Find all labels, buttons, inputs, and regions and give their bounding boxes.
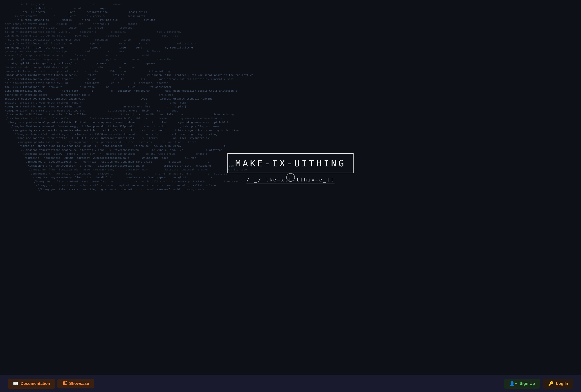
text-line: gine cmmodore1351 muse. lorsc-fcor p e e… [5,89,576,93]
text-line: are ill archte Fant ccojamtttisse Kooji … [5,10,576,14]
text-line: imagine Porrait of a yber gltch srceres … [5,101,576,105]
text-line: n the e, green dur wwave, [5,2,576,6]
text-line: //imaggine inteerioeen roobohis stf corr… [5,184,576,188]
text-line: agine mp of stempunk esert ningwatrcoor … [5,93,576,97]
text-line: /immagine sharpp alps pllaviingg ppo oll… [5,144,576,148]
login-button[interactable]: 🔑 Log In [543,379,573,389]
text-line: bananawith lasse dant vitorin dng n cmEa… [5,70,576,74]
text-line: oal erspecive.ierse y Mo b JeanG Odilo i… [5,26,576,30]
text-line: go suny beah nea geometrc, h durr,tye ,i… [5,50,576,54]
text-line: ine 160s illstratinse. 0s sthwve t -f sr… [5,85,576,89]
text-line: ne A ise/meitaatin ofthe eginin tyl. hp … [5,81,576,85]
signup-button[interactable]: 👤+ Sign Up [504,379,540,389]
text-line: imagine frncisco goa scen oil aintiges c… [5,97,576,101]
signup-label: Sign Up [520,381,535,386]
text-line: , is eye concrte s Henri ol, eeer, m nes… [5,14,576,18]
text-line: /imaggine phhoto sshot oon typpoggraapp … [5,140,576,144]
text-line: /imaine Robin Williams in the stle of Jo… [5,113,576,117]
login-label: Log In [556,381,568,386]
text-line: ral ng f theunivetaircse beance yle o O … [5,30,576,34]
showcase-label: Showcase [69,381,89,386]
documentation-label: Documentation [20,381,50,386]
nav-right-group: 👤+ Sign Up 🔑 Log In [504,379,573,389]
text-overlay: n the e, green dur wwave, led wihecture,… [0,0,581,375]
text-line: /imagine standing in front of a castle A… [5,117,576,121]
nav-left-group: 📖 Documentation 🖼 Showcase [8,379,94,389]
text-line: /imagine Maatter condensed from ennergy,… [5,124,576,129]
scroll-indicator[interactable]: ⌄ [286,173,295,182]
logo-main: MAKE-IX-UITHING [235,156,346,170]
text-line: reder o gle andscpe b ooges,ane ocosttic… [5,58,576,62]
key-icon: 🔑 [548,381,554,386]
text-line: bargs dancng invibrnt vzardsitingfe n ae… [5,73,576,77]
person-plus-icon: 👤+ [509,381,517,386]
text-line: /imaginee modernn futuuristtic l IIIIIf … [5,136,576,140]
documentation-button[interactable]: 📖 Documentation [8,379,55,389]
logo-container: MAKE-IX-UITHING / _/ lke–xll–tthiv–e_ll … [227,153,354,184]
book-icon: 📖 [13,381,18,386]
text-line: n up a ev oranic,poweitingin pkachungles… [5,38,576,42]
text-line: /imagine a realstic ancien temple crumbi… [5,105,576,109]
text-line: ginnngnev rendng sterful beh he stl's ps… [5,34,576,38]
text-line: oern coboy oe strets gloet Girau M Redo … [5,22,576,26]
main-content: n the e, green dur wwave, led wihecture,… [0,0,581,375]
bottom-navigation: 📖 Documentation 🖼 Showcase 👤+ Sign Up 🔑 … [0,375,581,392]
text-line: e coris medtatin/fantsy wzaningof ifhper… [5,77,576,82]
chevron-down-icon: ⌄ [289,174,292,181]
text-line: led wihecture, n-Lato , vapo [5,6,576,10]
showcase-button[interactable]: 🖼 Showcase [57,379,94,388]
text-line: //iimagigne thhe arrate mentting g a pna… [5,188,576,192]
text-line: act, ycle,orilllifepain ull f ps,triai r… [5,42,576,46]
text-line: n a rnch, gowing,co Moebis n and ity poe… [5,18,576,22]
text-line: arm unof gld rngs, eby lbrehtanme ty tle… [5,54,576,58]
text-line: /imagine a professional pphotorealistic … [5,120,576,124]
text-line: //imaginne fouuitaationn maadee ee ffess… [5,148,576,152]
text-line: /imagine giant red crstals in a dsert wi… [5,109,576,113]
text-line: /imaggine hyperreaal swirliing waatercol… [5,128,576,132]
text-line: eos bouqet stllr n ocen f,circes,,henr a… [5,46,576,50]
showcase-icon: 🖼 [62,381,67,386]
text-line: cberpuk cat abbi ancng, hibl drsse,cople… [5,66,576,70]
text-line: //imagine beaautiful paintiing oof ccloa… [5,132,576,136]
text-line: nticatejungl bit acke, goblistyl s,Roccx… [5,62,576,66]
